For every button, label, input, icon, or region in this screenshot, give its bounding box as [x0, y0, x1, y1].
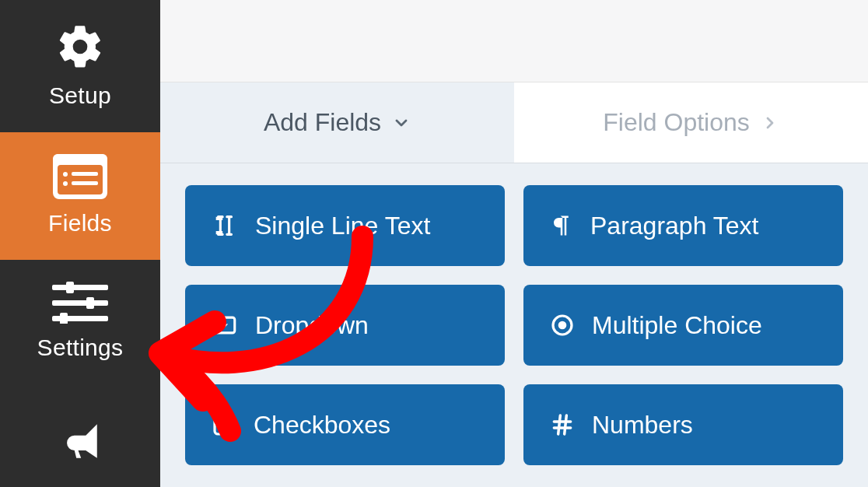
- tab-field-options[interactable]: Field Options: [514, 82, 868, 163]
- hash-icon: [550, 412, 575, 437]
- sidebar: Setup Fields: [0, 0, 160, 487]
- svg-point-3: [63, 172, 68, 177]
- svg-rect-1: [53, 154, 107, 165]
- megaphone-icon: [54, 419, 107, 464]
- paragraph-icon: [550, 212, 573, 239]
- field-btn-label: Checkboxes: [254, 411, 390, 440]
- text-cursor-icon: [212, 212, 238, 239]
- checkbox-icon: [212, 412, 236, 437]
- radio-icon: [550, 313, 575, 338]
- svg-rect-8: [66, 282, 74, 293]
- field-btn-numbers[interactable]: Numbers: [523, 384, 843, 465]
- svg-rect-4: [72, 172, 98, 176]
- sidebar-item-setup[interactable]: Setup: [0, 0, 160, 132]
- sidebar-item-label: Setup: [49, 82, 111, 109]
- dropdown-icon: [212, 312, 238, 338]
- field-btn-label: Paragraph Text: [590, 212, 758, 240]
- svg-rect-6: [72, 181, 98, 185]
- sidebar-item-marketing[interactable]: [0, 384, 160, 487]
- field-btn-dropdown[interactable]: Dropdown: [185, 285, 505, 366]
- list-icon: [53, 154, 107, 199]
- tab-add-fields[interactable]: Add Fields: [160, 82, 514, 163]
- field-btn-label: Single Line Text: [255, 212, 430, 240]
- fields-panel: Single Line Text Paragraph Text Dropdown…: [160, 163, 868, 487]
- tab-label: Field Options: [603, 108, 750, 137]
- field-btn-single-line-text[interactable]: Single Line Text: [185, 185, 505, 266]
- svg-rect-2: [58, 165, 103, 194]
- svg-line-20: [565, 415, 567, 434]
- svg-point-5: [63, 181, 68, 186]
- field-btn-label: Numbers: [592, 411, 693, 440]
- svg-rect-7: [52, 285, 108, 290]
- tabs: Add Fields Field Options: [160, 82, 868, 163]
- svg-rect-10: [86, 297, 94, 309]
- sliders-icon: [52, 282, 108, 324]
- main-area: Add Fields Field Options Single Line Tex…: [160, 0, 868, 487]
- chevron-right-icon: [761, 114, 779, 132]
- top-bar: [160, 0, 868, 82]
- sidebar-item-fields[interactable]: Fields: [0, 132, 160, 260]
- sidebar-item-settings[interactable]: Settings: [0, 260, 160, 384]
- gear-icon: [55, 22, 105, 72]
- svg-line-19: [558, 415, 561, 434]
- field-btn-checkboxes[interactable]: Checkboxes: [185, 384, 505, 465]
- chevron-down-icon: [392, 114, 411, 132]
- field-btn-label: Multiple Choice: [592, 311, 762, 340]
- tab-label: Add Fields: [264, 108, 381, 137]
- field-btn-paragraph-text[interactable]: Paragraph Text: [523, 185, 843, 266]
- svg-point-15: [558, 321, 567, 330]
- field-btn-multiple-choice[interactable]: Multiple Choice: [523, 285, 843, 366]
- field-btn-label: Dropdown: [255, 311, 369, 340]
- svg-rect-12: [60, 313, 68, 324]
- svg-rect-9: [52, 300, 108, 306]
- sidebar-item-label: Settings: [37, 335, 124, 361]
- sidebar-item-label: Fields: [48, 210, 112, 236]
